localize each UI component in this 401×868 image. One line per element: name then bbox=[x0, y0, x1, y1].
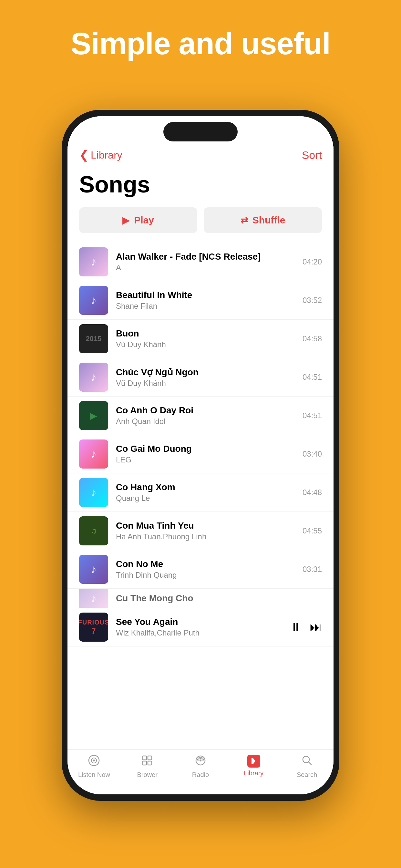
tab-brower[interactable]: Brower bbox=[121, 755, 174, 779]
song-artist: Trinh Dinh Quang bbox=[116, 570, 295, 580]
tab-label-radio: Radio bbox=[192, 771, 209, 779]
song-info: Con No Me Trinh Dinh Quang bbox=[116, 559, 295, 580]
song-info: Co Anh O Day Roi Anh Quan Idol bbox=[116, 405, 295, 426]
music-note-icon: ♪ bbox=[91, 293, 96, 307]
tab-bar: Listen Now Brower bbox=[67, 749, 334, 795]
song-info: See You Again Wiz Khalifa,Charlie Puth bbox=[116, 617, 282, 638]
song-thumbnail: ♪ bbox=[79, 247, 108, 276]
shuffle-icon: ⇄ bbox=[241, 215, 248, 226]
svg-point-2 bbox=[93, 760, 95, 762]
music-note-icon: ♪ bbox=[91, 255, 96, 269]
tab-label-brower: Brower bbox=[137, 771, 158, 779]
tab-label-library: Library bbox=[244, 770, 264, 777]
svg-rect-4 bbox=[148, 756, 152, 760]
music-note-icon: ♪ bbox=[91, 447, 96, 461]
tab-search[interactable]: Search bbox=[280, 755, 334, 779]
song-duration: 04:51 bbox=[303, 411, 322, 420]
song-duration: 04:51 bbox=[303, 373, 322, 382]
svg-point-8 bbox=[199, 760, 202, 762]
svg-line-11 bbox=[309, 762, 311, 765]
song-duration: 04:20 bbox=[303, 257, 322, 267]
action-buttons-row: ▶ Play ⇄ Shuffle bbox=[67, 204, 334, 243]
svg-rect-3 bbox=[143, 756, 147, 760]
song-list: ♪ Alan Walker - Fade [NCS Release] A 04:… bbox=[67, 243, 334, 795]
play-icon: ▶ bbox=[122, 215, 129, 226]
tab-radio[interactable]: Radio bbox=[174, 755, 227, 779]
sort-button[interactable]: Sort bbox=[302, 149, 322, 161]
song-duration: 04:58 bbox=[303, 334, 322, 343]
back-button[interactable]: ❮ Library bbox=[79, 148, 122, 162]
song-thumbnail: ♪ bbox=[79, 286, 108, 315]
page-title: Songs bbox=[67, 168, 334, 204]
song-thumbnail: ♪ bbox=[79, 363, 108, 392]
list-item[interactable]: ♪ Cu The Mong Cho bbox=[67, 589, 334, 608]
song-info: Buon Vũ Duy Khánh bbox=[116, 329, 295, 349]
svg-rect-5 bbox=[143, 761, 147, 765]
list-item-playing[interactable]: FURIOUS 7 See You Again Wiz Khalifa,Char… bbox=[67, 608, 334, 647]
chevron-left-icon: ❮ bbox=[79, 148, 89, 162]
back-label[interactable]: Library bbox=[91, 149, 122, 161]
music-note-icon: ♪ bbox=[91, 370, 96, 384]
song-thumbnail: ♪ bbox=[79, 555, 108, 584]
music-note-icon: ♪ bbox=[91, 592, 96, 605]
music-note-icon: ♪ bbox=[91, 562, 96, 576]
song-title: Alan Walker - Fade [NCS Release] bbox=[116, 252, 295, 262]
song-thumbnail: FURIOUS 7 bbox=[79, 613, 108, 642]
background: Simple and useful ❮ Library Sort Songs bbox=[0, 0, 401, 868]
song-artist: Anh Quan Idol bbox=[116, 417, 295, 426]
list-item[interactable]: 2015 Buon Vũ Duy Khánh 04:58 bbox=[67, 320, 334, 358]
song-info: Beautiful In White Shane Filan bbox=[116, 290, 295, 311]
song-info: Chúc Vợ Ngủ Ngon Vũ Duy Khánh bbox=[116, 367, 295, 388]
phone-frame: ❮ Library Sort Songs ▶ Play ⇄ Shuffle bbox=[62, 110, 339, 801]
song-artist: Vũ Duy Khánh bbox=[116, 340, 295, 349]
song-artist: A bbox=[116, 263, 295, 272]
song-artist: Ha Anh Tuan,Phuong Linh bbox=[116, 532, 295, 541]
list-item[interactable]: ♪ Chúc Vợ Ngủ Ngon Vũ Duy Khánh 04:51 bbox=[67, 358, 334, 397]
list-item[interactable]: ▶ Co Anh O Day Roi Anh Quan Idol 04:51 bbox=[67, 397, 334, 435]
skip-forward-icon[interactable]: ⏭ bbox=[310, 620, 322, 634]
list-item[interactable]: ♪ Con No Me Trinh Dinh Quang 03:31 bbox=[67, 550, 334, 589]
list-item[interactable]: ♪ Alan Walker - Fade [NCS Release] A 04:… bbox=[67, 243, 334, 281]
song-thumbnail: ♪ bbox=[79, 589, 108, 608]
song-title: Co Anh O Day Roi bbox=[116, 405, 295, 415]
tab-library[interactable]: Library bbox=[227, 755, 280, 777]
song-thumbnail: 2015 bbox=[79, 324, 108, 353]
song-title: Co Gai Mo Duong bbox=[116, 444, 295, 454]
song-info: Co Hang Xom Quang Le bbox=[116, 482, 295, 503]
song-title: See You Again bbox=[116, 617, 282, 627]
svg-rect-6 bbox=[148, 761, 152, 765]
tab-listen-now[interactable]: Listen Now bbox=[67, 755, 121, 779]
song-title: Buon bbox=[116, 329, 295, 339]
song-duration: 04:55 bbox=[303, 526, 322, 535]
song-info: Co Gai Mo Duong LEG bbox=[116, 444, 295, 464]
list-item[interactable]: ♪ Beautiful In White Shane Filan 03:52 bbox=[67, 281, 334, 320]
song-thumbnail: ♪ bbox=[79, 478, 108, 507]
music-note-icon: ♪ bbox=[91, 486, 96, 499]
song-title: Con Mua Tinh Yeu bbox=[116, 521, 295, 531]
phone-screen: ❮ Library Sort Songs ▶ Play ⇄ Shuffle bbox=[67, 116, 334, 795]
shuffle-label: Shuffle bbox=[252, 215, 285, 226]
song-title: Beautiful In White bbox=[116, 290, 295, 300]
song-artist: Wiz Khalifa,Charlie Puth bbox=[116, 628, 282, 638]
song-info: Cu The Mong Cho bbox=[116, 593, 322, 603]
svg-point-10 bbox=[303, 756, 309, 763]
list-item[interactable]: ♪ Co Hang Xom Quang Le 04:48 bbox=[67, 473, 334, 512]
shuffle-button[interactable]: ⇄ Shuffle bbox=[204, 207, 322, 233]
song-artist: Shane Filan bbox=[116, 302, 295, 311]
tab-label-search: Search bbox=[297, 771, 317, 779]
song-artist: Vũ Duy Khánh bbox=[116, 379, 295, 388]
song-duration: 03:40 bbox=[303, 450, 322, 459]
svg-rect-9 bbox=[251, 758, 252, 764]
song-artist: Quang Le bbox=[116, 494, 295, 503]
song-duration: 03:31 bbox=[303, 565, 322, 574]
nav-bar: ❮ Library Sort bbox=[67, 142, 334, 168]
song-duration: 04:48 bbox=[303, 488, 322, 497]
playback-controls: ⏸ ⏭ bbox=[289, 620, 322, 634]
song-info: Alan Walker - Fade [NCS Release] A bbox=[116, 252, 295, 272]
pause-icon[interactable]: ⏸ bbox=[289, 620, 302, 634]
play-button[interactable]: ▶ Play bbox=[79, 207, 197, 233]
song-artist: LEG bbox=[116, 455, 295, 464]
list-item[interactable]: ♪ Co Gai Mo Duong LEG 03:40 bbox=[67, 435, 334, 473]
song-thumbnail: ▶ bbox=[79, 401, 108, 430]
list-item[interactable]: ♫ Con Mua Tinh Yeu Ha Anh Tuan,Phuong Li… bbox=[67, 512, 334, 550]
